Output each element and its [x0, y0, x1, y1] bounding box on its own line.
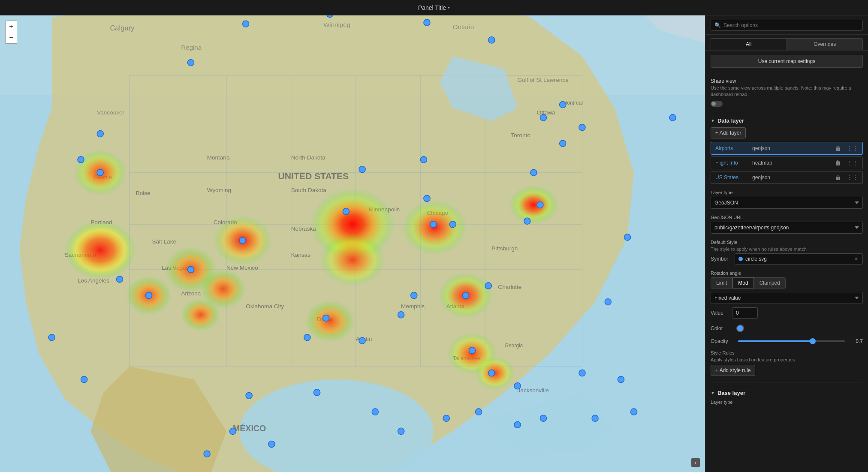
- base-layer-chevron-icon: ▼: [711, 391, 715, 395]
- layer-flightinfo-drag[interactable]: ⋮⋮: [844, 159, 860, 167]
- layer-usstates-drag[interactable]: ⋮⋮: [844, 174, 860, 181]
- svg-point-102: [229, 428, 236, 434]
- layer-usstates-name: US States: [711, 171, 750, 183]
- value-row: Value: [711, 307, 863, 319]
- svg-point-101: [246, 392, 252, 399]
- search-input[interactable]: [723, 22, 859, 28]
- add-style-rule-button[interactable]: + Add style rule: [711, 365, 755, 376]
- svg-text:Boise: Boise: [136, 190, 151, 196]
- layer-row-us-states[interactable]: US States geojson 🗑 ⋮⋮: [711, 171, 863, 184]
- svg-text:UNITED STATES: UNITED STATES: [278, 171, 349, 181]
- svg-point-82: [359, 166, 365, 173]
- search-input-wrap[interactable]: 🔍: [711, 20, 863, 31]
- layer-usstates-delete[interactable]: 🗑: [833, 174, 843, 181]
- rotation-angle-group: Rotation angle Limit Mod Clamped Fixed v…: [711, 271, 863, 319]
- svg-point-76: [579, 124, 585, 130]
- svg-point-77: [560, 140, 566, 147]
- info-button[interactable]: i: [691, 458, 700, 467]
- svg-point-106: [372, 409, 378, 415]
- opacity-row: Opacity 0.7: [711, 338, 863, 344]
- layer-flightinfo-delete[interactable]: 🗑: [833, 159, 843, 167]
- layer-usstates-type: geojson: [750, 171, 831, 183]
- symbol-label: Symbol: [711, 256, 732, 262]
- layer-airports-name: Airports: [711, 142, 750, 154]
- rotation-tab-clamped[interactable]: Clamped: [754, 277, 786, 289]
- rotation-tab-mod[interactable]: Mod: [732, 277, 753, 289]
- layer-flightinfo-type: heatmap: [750, 157, 831, 169]
- svg-point-97: [239, 237, 246, 244]
- svg-point-114: [618, 376, 624, 383]
- share-view-toggle[interactable]: [711, 101, 723, 107]
- svg-point-118: [669, 114, 676, 121]
- rotation-tab-limit[interactable]: Limit: [711, 277, 732, 289]
- svg-point-91: [411, 292, 417, 299]
- svg-point-116: [605, 299, 611, 305]
- color-row: Color: [711, 325, 863, 332]
- symbol-row: Symbol circle.svg ×: [711, 253, 863, 265]
- svg-point-99: [488, 370, 495, 376]
- svg-point-100: [514, 383, 521, 389]
- svg-point-74: [560, 102, 566, 108]
- layer-type-group: Layer type GeoJSON Heatmap Night / Day: [711, 190, 863, 209]
- data-layer-chevron-icon: ▼: [711, 118, 715, 123]
- svg-point-59: [320, 234, 385, 286]
- layer-type-select[interactable]: GeoJSON Heatmap Night / Day: [711, 197, 863, 209]
- style-rules-section: Style Rules Apply styles based on featur…: [711, 350, 863, 376]
- panel-title[interactable]: Panel Title ▾: [418, 4, 450, 11]
- svg-text:North Dakota: North Dakota: [291, 154, 326, 161]
- opacity-slider[interactable]: [738, 340, 845, 342]
- svg-text:Wyoming: Wyoming: [207, 187, 231, 193]
- map-canvas: UNITED STATES MÉXICO Calgary Regina Winn…: [0, 15, 705, 472]
- svg-text:Toronto: Toronto: [511, 132, 530, 138]
- svg-point-65: [509, 186, 558, 224]
- tab-overrides[interactable]: Overrides: [787, 38, 863, 50]
- zoom-out-button[interactable]: −: [6, 32, 17, 43]
- layer-airports-actions: 🗑 ⋮⋮: [831, 143, 862, 154]
- svg-point-104: [204, 451, 210, 457]
- tab-all[interactable]: All: [711, 38, 787, 50]
- svg-text:Vancouver: Vancouver: [97, 109, 124, 116]
- svg-text:Oklahoma City: Oklahoma City: [246, 303, 284, 310]
- panel-tabs: All Overrides: [705, 35, 868, 51]
- zoom-controls[interactable]: + −: [5, 21, 17, 44]
- symbol-dot: [738, 257, 743, 261]
- layer-row-flight-info[interactable]: Flight Info heatmap 🗑 ⋮⋮: [711, 156, 863, 169]
- use-map-settings-button[interactable]: Use current map settings: [711, 55, 863, 68]
- svg-point-113: [631, 409, 637, 415]
- svg-point-86: [424, 195, 430, 201]
- layer-airports-drag[interactable]: ⋮⋮: [844, 144, 860, 152]
- layer-settings: Layer type GeoJSON Heatmap Night / Day G…: [711, 190, 863, 376]
- svg-point-94: [187, 266, 194, 273]
- symbol-clear-button[interactable]: ×: [854, 256, 859, 262]
- svg-point-109: [476, 409, 482, 415]
- svg-text:Pittsburgh: Pittsburgh: [491, 245, 518, 252]
- svg-point-123: [48, 334, 55, 341]
- base-layer-title: Base layer: [717, 390, 745, 396]
- svg-point-88: [304, 334, 310, 341]
- main-layout: UNITED STATES MÉXICO Calgary Regina Winn…: [0, 15, 868, 472]
- svg-text:Ottawa: Ottawa: [537, 109, 555, 116]
- svg-point-67: [97, 169, 103, 176]
- base-layer-section-header[interactable]: ▼ Base layer: [711, 386, 863, 396]
- map-area[interactable]: UNITED STATES MÉXICO Calgary Regina Winn…: [0, 15, 705, 472]
- share-view-title: Share view: [711, 78, 863, 84]
- color-group: Color: [711, 325, 863, 332]
- symbol-value-box[interactable]: circle.svg ×: [735, 253, 863, 265]
- symbol-text: circle.svg: [745, 256, 851, 262]
- rotation-value-type-select[interactable]: Fixed value: [711, 292, 863, 304]
- search-section: 🔍: [705, 15, 868, 35]
- geojson-url-select[interactable]: public/gazetteer/airports.geojson: [711, 222, 863, 234]
- value-input[interactable]: [732, 307, 758, 319]
- color-label: Color: [711, 325, 732, 331]
- opacity-slider-thumb[interactable]: [810, 338, 816, 344]
- svg-text:Montana: Montana: [207, 154, 230, 161]
- base-layer-type-group: Layer type: [711, 400, 863, 405]
- zoom-in-button[interactable]: +: [6, 21, 17, 32]
- svg-point-51: [65, 221, 136, 280]
- layer-row-airports[interactable]: Airports geojson 🗑 ⋮⋮: [711, 142, 863, 155]
- layer-airports-delete[interactable]: 🗑: [833, 144, 843, 152]
- add-layer-button[interactable]: + Add layer: [711, 127, 746, 138]
- svg-text:South Dakota: South Dakota: [291, 187, 327, 193]
- data-layer-section-header[interactable]: ▼ Data layer: [711, 117, 863, 124]
- color-swatch[interactable]: [736, 325, 744, 332]
